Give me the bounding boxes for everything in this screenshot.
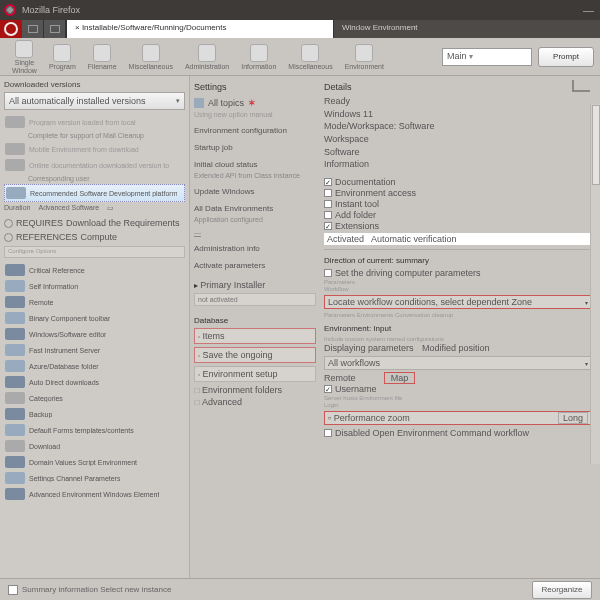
scrollbar-thumb[interactable] bbox=[592, 105, 600, 185]
app-logo-icon bbox=[4, 4, 16, 16]
env-icon bbox=[355, 44, 373, 62]
db-save[interactable]: ▫ Save the ongoing bbox=[194, 347, 316, 363]
list-item[interactable]: Remote bbox=[4, 294, 185, 310]
mid-link[interactable]: Application configured bbox=[194, 216, 316, 223]
ribbon-admin[interactable]: Administration bbox=[185, 44, 229, 70]
list-item[interactable]: Critical Reference bbox=[4, 262, 185, 278]
status-block: ReadyWindows 11 Mode/Workspace: Software… bbox=[324, 96, 592, 171]
list-item-selected[interactable]: Recommended Software Development platfor… bbox=[4, 184, 185, 202]
workflow-select[interactable]: Locate workflow conditions, select depen… bbox=[324, 295, 592, 309]
checkbox-row[interactable]: Disabled Open Environment Command workfl… bbox=[324, 428, 592, 438]
highlight-row: Activated Automatic verification bbox=[324, 233, 592, 245]
program-icon bbox=[53, 44, 71, 62]
checkbox-icon bbox=[324, 269, 332, 277]
document-tab-2[interactable]: Window Environment bbox=[333, 20, 600, 38]
folder-icon bbox=[5, 264, 25, 276]
list-item[interactable]: Fast Instrument Server bbox=[4, 342, 185, 358]
list-item[interactable]: Azure/Database folder bbox=[4, 358, 185, 374]
reorganize-button[interactable]: Reorganize bbox=[532, 581, 592, 599]
arrow-icon bbox=[194, 98, 204, 108]
home-icon bbox=[28, 25, 38, 33]
list-item[interactable]: Backup bbox=[4, 406, 185, 422]
checkbox-row[interactable]: Documentation bbox=[324, 177, 592, 187]
cart-icon[interactable] bbox=[572, 80, 590, 92]
list-item[interactable]: Windows/Software editor bbox=[4, 326, 185, 342]
list-sub: Complete for support of Mail Cleanup bbox=[4, 130, 185, 141]
checkbox-icon bbox=[324, 385, 332, 393]
checkbox-icon bbox=[324, 429, 332, 437]
label: Remote Map bbox=[324, 373, 592, 383]
list-item[interactable]: Auto Direct downloads bbox=[4, 374, 185, 390]
list-item[interactable]: Advanced Environment Windows Element bbox=[4, 486, 185, 502]
category-bar[interactable]: Configure Options bbox=[4, 246, 185, 258]
list-item[interactable]: Default Forms templates/contents bbox=[4, 422, 185, 438]
mid-link[interactable]: Startup job bbox=[194, 143, 316, 152]
link-underline[interactable]: — bbox=[194, 229, 316, 236]
misc-icon bbox=[142, 44, 160, 62]
footer-checkbox[interactable] bbox=[8, 585, 18, 595]
ribbon-program[interactable]: Program bbox=[49, 44, 76, 70]
ribbon-env[interactable]: Environment bbox=[345, 44, 384, 70]
list-item[interactable]: Settings Channel Parameters bbox=[4, 470, 185, 486]
requires-section: REQUIRESDownload the Requirements bbox=[4, 218, 185, 228]
gear-icon bbox=[4, 219, 13, 228]
mid-link[interactable]: Update Windows bbox=[194, 187, 316, 196]
pkg-icon bbox=[6, 187, 26, 199]
mid-link[interactable]: Activate parameters bbox=[194, 261, 316, 270]
mid-text[interactable]: ☐ Advanced bbox=[194, 397, 316, 407]
app-menu-button[interactable] bbox=[0, 20, 22, 38]
db-items[interactable]: ▫ Items bbox=[194, 328, 316, 344]
left-header: Downloaded versions bbox=[4, 80, 185, 89]
mid-link[interactable]: Extended API from Class instance bbox=[194, 172, 316, 179]
checkbox-row[interactable]: Add folder bbox=[324, 210, 592, 220]
home-tab[interactable] bbox=[22, 20, 44, 38]
secondary-tab[interactable] bbox=[44, 20, 66, 38]
mid-link[interactable]: Environment configuration bbox=[194, 126, 316, 135]
checkbox-row[interactable]: Username bbox=[324, 384, 592, 394]
list-item[interactable]: Binary Component toolbar bbox=[4, 310, 185, 326]
list-item[interactable]: Online documentation downloaded version … bbox=[4, 157, 185, 173]
footer-text: Summary information Select new instance bbox=[22, 585, 532, 594]
workflows-select[interactable]: All workflows▾ bbox=[324, 356, 592, 370]
document-tab-1[interactable]: × Installable/Software/Running/Documents bbox=[66, 20, 333, 38]
checkbox-row[interactable]: Extensions bbox=[324, 221, 592, 231]
folder-icon bbox=[5, 488, 25, 500]
checkbox-row[interactable]: Set the driving computer parameters bbox=[324, 268, 592, 278]
list-item[interactable]: Program version loaded from local bbox=[4, 114, 185, 130]
file-icon bbox=[93, 44, 111, 62]
mid-text[interactable]: ☐ Environment folders bbox=[194, 385, 316, 395]
window-title: Mozilla Firefox bbox=[22, 5, 80, 15]
left-filter-select[interactable]: All automatically installed versions▾ bbox=[4, 92, 185, 110]
minimize-button[interactable]: — bbox=[583, 4, 594, 16]
topics-link[interactable]: All topics✶ bbox=[194, 98, 316, 108]
doc-icon bbox=[50, 25, 60, 33]
folder-icon bbox=[5, 312, 25, 324]
ribbon-misc2[interactable]: Miscellaneous bbox=[288, 44, 332, 70]
gear-icon bbox=[4, 233, 13, 242]
ribbon-single-window[interactable]: SingleWindow bbox=[12, 40, 37, 74]
list-item[interactable]: Mobile Environment from download bbox=[4, 141, 185, 157]
folder-icon bbox=[5, 472, 25, 484]
separator bbox=[324, 249, 592, 250]
list-item[interactable]: Download bbox=[4, 438, 185, 454]
mid-link[interactable]: Administration info bbox=[194, 244, 316, 253]
scrollbar-vertical[interactable] bbox=[590, 104, 600, 464]
mid-link[interactable]: All Data Environments bbox=[194, 204, 316, 213]
ribbon-filename[interactable]: Filename bbox=[88, 44, 117, 70]
list-item[interactable]: Domain Values Script Environment bbox=[4, 454, 185, 470]
checkbox-row[interactable]: Instant tool bbox=[324, 199, 592, 209]
ribbon-info[interactable]: Information bbox=[241, 44, 276, 70]
folder-icon bbox=[5, 360, 25, 372]
prompt-button[interactable]: Prompt bbox=[538, 47, 594, 67]
section-label: Direction of current: summary bbox=[324, 256, 592, 265]
section-label: Environment: Input bbox=[324, 324, 592, 333]
pkg-icon bbox=[5, 143, 25, 155]
list-item[interactable]: Categories bbox=[4, 390, 185, 406]
ribbon-selector[interactable]: Main ▾ bbox=[442, 48, 532, 66]
ribbon-misc1[interactable]: Miscellaneous bbox=[129, 44, 173, 70]
db-envsetup[interactable]: ▫ Environment setup bbox=[194, 366, 316, 382]
list-item[interactable]: Self Information bbox=[4, 278, 185, 294]
mid-link[interactable]: Initial cloud status bbox=[194, 160, 316, 169]
checkbox-row[interactable]: Environment access bbox=[324, 188, 592, 198]
perf-select[interactable]: ▫ Performance zoomLong bbox=[324, 411, 592, 425]
